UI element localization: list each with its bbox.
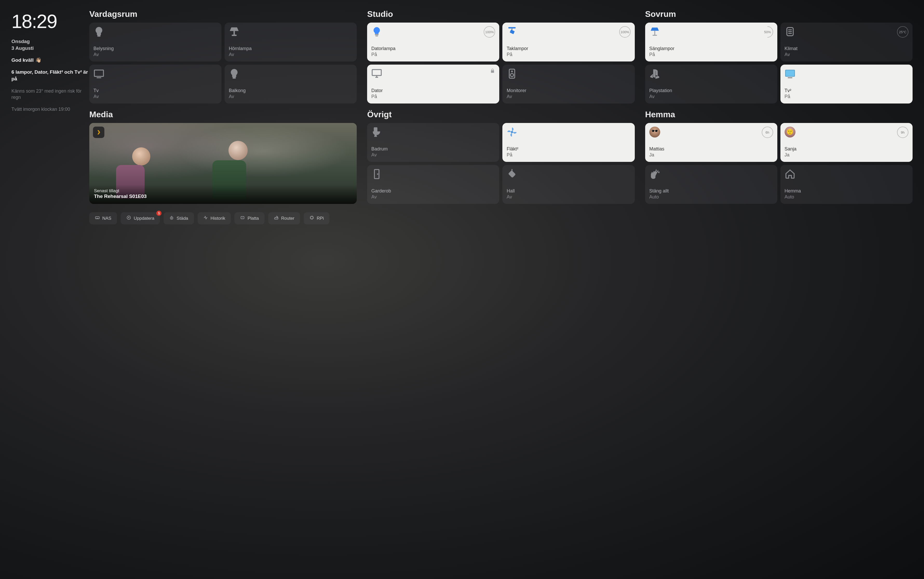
tile-tv2[interactable]: Tv²På <box>780 65 913 103</box>
tile-state: Auto <box>649 194 773 200</box>
tile-garderob[interactable]: GarderobAv <box>367 165 499 204</box>
chip-nas[interactable]: NAS <box>89 212 117 224</box>
chip-uppdatera[interactable]: Uppdatera1 <box>121 212 160 224</box>
weather-text: Känns som 23° med ingen risk för regn <box>11 88 89 101</box>
svg-point-13 <box>512 71 513 72</box>
chip-label: Städa <box>177 216 188 221</box>
svg-point-28 <box>170 217 173 219</box>
tile-state: Ja <box>784 152 908 158</box>
tile-badge: 9h <box>897 127 908 138</box>
chip-label: NAS <box>102 216 112 221</box>
tile-state: På <box>371 52 495 57</box>
tile-state: Av <box>507 194 630 200</box>
chip-label: RPi <box>317 216 324 221</box>
tile-mattias[interactable]: 🕶️6hMattiasJa <box>645 123 777 162</box>
svg-rect-11 <box>372 70 381 75</box>
tile-badrum[interactable]: BadrumAv <box>367 123 499 162</box>
group-hemma: Hemma 🕶️6hMattiasJa🙂9hSanjaJaStäng alltA… <box>645 110 913 204</box>
tile-monitorer[interactable]: MonitorerAv <box>502 65 635 103</box>
plex-icon <box>93 127 104 138</box>
tile-name: Mattias <box>649 146 773 152</box>
tile-playstation[interactable]: PlaystationAv <box>645 65 777 103</box>
tile-name: Badrum <box>371 146 495 152</box>
media-sublabel: Senast tillagt <box>94 188 352 193</box>
tile-state: Av <box>229 94 353 99</box>
svg-rect-6 <box>375 34 379 35</box>
greeting-text: God kväll 👋🏼 <box>11 57 89 63</box>
keyboard-icon <box>95 215 100 221</box>
tile-state: På <box>371 94 495 99</box>
chip-platta[interactable]: Platta <box>235 212 264 224</box>
group-title: Studio <box>367 9 635 19</box>
speaker-icon <box>507 68 517 79</box>
tile-name: Belysning <box>94 46 217 51</box>
svg-rect-18 <box>785 70 794 77</box>
tile-badge: 50% <box>760 24 776 40</box>
tile-name: Hemma <box>784 188 908 194</box>
tile-state: Av <box>229 52 353 57</box>
tile-balkong[interactable]: BalkongAv <box>225 65 357 103</box>
tile-name: Stäng allt <box>649 188 773 194</box>
tile-state: På <box>784 94 908 99</box>
group-title: Hemma <box>645 110 913 119</box>
svg-rect-0 <box>98 36 100 37</box>
tile-name: Klimat <box>784 46 908 51</box>
group-title: Media <box>89 110 357 119</box>
svg-rect-33 <box>310 217 313 219</box>
tile-dator[interactable]: DatorPå <box>367 65 499 103</box>
tile-name: Sanja <box>784 146 908 152</box>
group-title: Vardagsrum <box>89 9 357 19</box>
tile-belysning[interactable]: BelysningAv <box>89 23 222 62</box>
tile-name: Tv <box>94 88 217 93</box>
bulb-icon <box>94 26 104 37</box>
lock-icon <box>490 68 495 74</box>
svg-point-21 <box>511 131 513 133</box>
devices-on-summary: 6 lampor, Dator, Fläkt² och Tv² är på <box>11 69 89 82</box>
group-title: Sovrum <box>645 9 913 19</box>
laundry-text: Tvätt imorgon klockan 19:00 <box>11 106 89 112</box>
clap-icon <box>649 168 660 180</box>
chip-stada[interactable]: Städa <box>164 212 194 224</box>
tile-datorlampa[interactable]: 100%DatorlampaPå <box>367 23 499 62</box>
tile-state: På <box>507 152 630 158</box>
tile-klimat[interactable]: 25°CKlimatAv <box>780 23 913 62</box>
svg-point-14 <box>510 74 514 77</box>
svg-rect-10 <box>510 29 515 34</box>
tile-state: Av <box>371 152 495 158</box>
tv-on-icon <box>784 68 796 79</box>
tile-hemmaauto[interactable]: HemmaAuto <box>780 165 913 204</box>
tile-name: Dator <box>371 88 495 93</box>
tile-name: Garderob <box>371 188 495 194</box>
tablet-icon <box>240 215 245 221</box>
svg-rect-16 <box>652 35 657 36</box>
media-card[interactable]: Senast tillagt The Rehearsal S01E03 <box>89 123 357 204</box>
svg-rect-2 <box>232 35 236 36</box>
tile-taklampor[interactable]: 100%TaklamporPå <box>502 23 635 62</box>
chip-router[interactable]: Router <box>268 212 300 224</box>
tile-state: Av <box>371 194 495 200</box>
bulb-color-icon <box>371 26 382 37</box>
media-item-title: The Rehearsal S01E03 <box>94 193 352 199</box>
tile-sanglampor[interactable]: 50%SänglamporPå <box>645 23 777 62</box>
chip-rpi[interactable]: RPi <box>304 212 330 224</box>
chip-label: Router <box>281 216 294 221</box>
svg-rect-32 <box>274 218 278 219</box>
tile-badge: 6h <box>762 127 773 138</box>
tile-state: Av <box>507 94 630 99</box>
tile-name: Balkong <box>229 88 353 93</box>
toilet-icon <box>371 127 382 137</box>
bulb-icon <box>229 68 240 79</box>
tile-hornlampa[interactable]: HörnlampaAv <box>225 23 357 62</box>
svg-rect-15 <box>654 31 655 35</box>
avatar-f-icon: 🙂 <box>784 127 796 137</box>
tile-flakt2[interactable]: Fläkt²På <box>502 123 635 162</box>
svg-point-29 <box>171 218 172 218</box>
tile-tv[interactable]: TvAv <box>89 65 222 103</box>
tile-hall[interactable]: HallAv <box>502 165 635 204</box>
svg-rect-1 <box>234 31 235 35</box>
tile-stangallt[interactable]: Stäng alltAuto <box>645 165 777 204</box>
tv-icon <box>94 68 104 79</box>
tile-name: Taklampor <box>507 46 630 51</box>
tile-sanja[interactable]: 🙂9hSanjaJa <box>780 123 913 162</box>
chip-historik[interactable]: Historik <box>198 212 231 224</box>
